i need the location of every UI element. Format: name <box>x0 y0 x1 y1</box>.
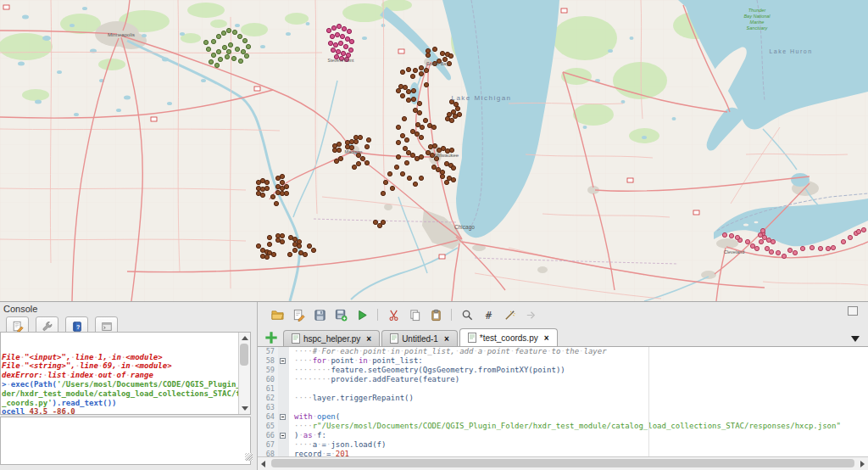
map-point[interactable] <box>861 227 865 232</box>
map-point[interactable] <box>267 250 271 255</box>
close-tab-icon[interactable]: × <box>444 334 449 344</box>
map-point[interactable] <box>343 44 348 48</box>
map-point[interactable] <box>228 42 232 47</box>
map-point[interactable] <box>303 252 307 256</box>
map-point[interactable] <box>411 88 415 92</box>
cut-button[interactable] <box>385 306 402 323</box>
scroll-left-icon[interactable] <box>261 461 265 467</box>
map-point[interactable] <box>345 36 349 41</box>
code-editor[interactable]: 57····#·For·each·point·in·point_list,·ad… <box>258 347 868 457</box>
map-point[interactable] <box>406 67 410 71</box>
save-button[interactable] <box>311 306 328 323</box>
map-point[interactable] <box>260 187 264 191</box>
map-point[interactable] <box>406 150 410 154</box>
map-point[interactable] <box>211 39 215 43</box>
map-point[interactable] <box>241 49 245 53</box>
map-point[interactable] <box>426 150 430 154</box>
map-point[interactable] <box>353 139 358 143</box>
new-script-button[interactable] <box>290 306 307 323</box>
map-point[interactable] <box>288 235 292 239</box>
map-point[interactable] <box>209 59 213 64</box>
map-point[interactable] <box>722 232 726 237</box>
map-point[interactable] <box>427 123 431 127</box>
map-point[interactable] <box>419 71 423 76</box>
close-tab-icon[interactable]: × <box>366 334 371 344</box>
map-point[interactable] <box>447 176 451 180</box>
map-point[interactable] <box>280 180 284 184</box>
map-point[interactable] <box>284 191 288 195</box>
new-tab-button[interactable] <box>264 331 278 344</box>
map-point[interactable] <box>238 59 242 63</box>
tab-list-dropdown-icon[interactable] <box>851 336 860 342</box>
map-point[interactable] <box>366 137 370 142</box>
map-point[interactable] <box>441 146 445 150</box>
map-point[interactable] <box>330 34 334 38</box>
map-point[interactable] <box>453 102 458 106</box>
map-point[interactable] <box>360 156 364 160</box>
map-point[interactable] <box>848 235 852 239</box>
map-point[interactable] <box>449 148 453 152</box>
map-point[interactable] <box>411 97 415 101</box>
map-canvas[interactable]: MinneapolisStevens PointGreen BayMadison… <box>0 0 868 301</box>
map-point[interactable] <box>332 148 337 152</box>
map-point[interactable] <box>417 101 421 105</box>
map-point[interactable] <box>765 246 769 250</box>
map-point[interactable] <box>396 88 400 92</box>
map-point[interactable] <box>735 235 739 239</box>
map-point[interactable] <box>271 252 275 256</box>
map-point[interactable] <box>428 144 432 148</box>
map-point[interactable] <box>424 82 428 87</box>
map-point[interactable] <box>270 194 275 199</box>
map-point[interactable] <box>337 24 341 28</box>
map-point[interactable] <box>415 131 419 136</box>
map-point[interactable] <box>211 53 215 57</box>
map-point[interactable] <box>760 228 765 232</box>
map-point[interactable] <box>831 245 835 249</box>
map-point[interactable] <box>260 254 264 258</box>
console-scrollbar[interactable] <box>238 333 250 414</box>
map-point[interactable] <box>404 137 409 142</box>
map-point[interactable] <box>256 180 260 184</box>
map-point[interactable] <box>346 53 350 57</box>
map-point[interactable] <box>347 29 351 33</box>
map-point[interactable] <box>222 45 226 49</box>
copy-button[interactable] <box>406 306 423 323</box>
map-point[interactable] <box>404 160 409 165</box>
map-point[interactable] <box>759 239 763 243</box>
map-point[interactable] <box>232 30 236 34</box>
map-point[interactable] <box>246 44 250 48</box>
map-point[interactable] <box>447 112 451 116</box>
map-point[interactable] <box>398 84 403 88</box>
fold-marker-icon[interactable] <box>278 431 289 440</box>
find-button[interactable] <box>459 306 476 323</box>
map-point[interactable] <box>352 165 356 169</box>
open-folder-button[interactable] <box>269 306 286 323</box>
resize-grip-icon[interactable] <box>245 453 253 461</box>
map-point[interactable] <box>280 186 284 190</box>
map-point[interactable] <box>206 47 210 51</box>
map-point[interactable] <box>406 89 410 93</box>
map-point[interactable] <box>407 176 411 180</box>
editor-tab--test-coords-py[interactable]: *test_coords.py× <box>459 328 558 346</box>
map-point[interactable] <box>423 118 427 122</box>
map-point[interactable] <box>766 238 771 242</box>
map-point[interactable] <box>342 26 346 31</box>
map-point[interactable] <box>264 186 269 190</box>
map-point[interactable] <box>400 171 404 176</box>
map-point[interactable] <box>226 28 231 32</box>
map-point[interactable] <box>451 165 455 170</box>
map-point[interactable] <box>334 159 338 163</box>
map-point[interactable] <box>275 233 280 238</box>
map-point[interactable] <box>419 65 423 70</box>
scrollbar-thumb[interactable] <box>271 459 854 467</box>
map-point[interactable] <box>260 193 264 197</box>
map-point[interactable] <box>340 34 344 38</box>
map-point[interactable] <box>274 201 278 205</box>
map-point[interactable] <box>292 242 297 246</box>
map-point[interactable] <box>400 93 404 98</box>
map-point[interactable] <box>437 148 441 152</box>
map-point[interactable] <box>337 148 341 152</box>
map-point[interactable] <box>345 144 349 148</box>
map-point[interactable] <box>336 49 340 53</box>
map-point[interactable] <box>280 191 284 195</box>
